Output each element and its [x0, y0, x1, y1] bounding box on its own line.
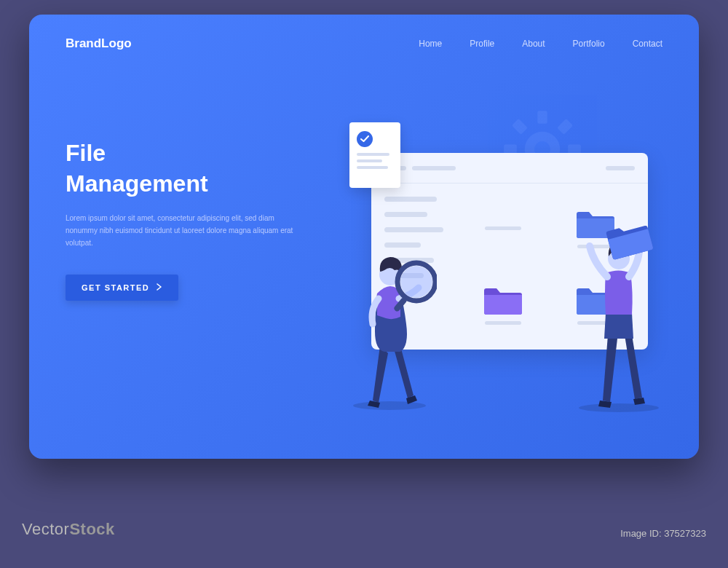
svg-rect-7	[512, 119, 528, 135]
get-started-button[interactable]: GET STARTED	[66, 275, 178, 301]
nav-contact[interactable]: Contact	[633, 39, 662, 49]
watermark-bold: Stock	[69, 520, 114, 538]
main-nav: Home Profile About Portfolio Contact	[419, 39, 662, 49]
nav-portfolio[interactable]: Portfolio	[573, 39, 605, 49]
cta-label: GET STARTED	[82, 283, 149, 292]
nav-about[interactable]: About	[522, 39, 545, 49]
hero-illustration	[328, 102, 662, 408]
document-card	[349, 122, 400, 188]
header: BrandLogo Home Profile About Portfolio C…	[29, 15, 699, 51]
svg-point-15	[579, 403, 659, 412]
folder-icon	[483, 285, 523, 317]
watermark-light: Vector	[22, 520, 69, 538]
nav-home[interactable]: Home	[419, 39, 442, 49]
landing-card: BrandLogo Home Profile About Portfolio C…	[29, 15, 699, 459]
folder-item	[463, 197, 542, 260]
hero-title: File Management	[66, 138, 298, 199]
brand-logo[interactable]: BrandLogo	[66, 36, 132, 51]
nav-profile[interactable]: Profile	[470, 39, 494, 49]
folder-item	[463, 273, 542, 336]
person-searching-icon	[342, 237, 437, 411]
watermark-brand: VectorStock	[22, 520, 115, 539]
svg-point-13	[400, 266, 432, 298]
chevron-right-icon	[157, 283, 162, 292]
svg-rect-1	[537, 111, 547, 124]
svg-rect-5	[557, 119, 573, 135]
check-icon	[357, 131, 373, 147]
watermark-id: Image ID: 37527323	[620, 528, 706, 539]
svg-point-10	[353, 401, 426, 410]
window-titlebar	[371, 153, 648, 184]
person-organizing-icon	[568, 218, 670, 415]
hero-body: Lorem ipsum dolor sit amet, consectetur …	[66, 212, 298, 249]
hero-section: File Management Lorem ipsum dolor sit am…	[66, 138, 298, 301]
